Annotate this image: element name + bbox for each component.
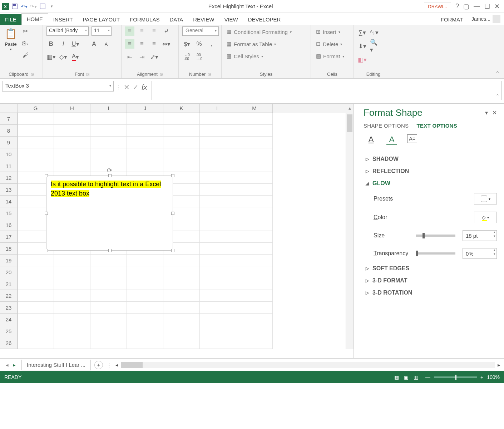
resize-handle[interactable] [108,174,112,177]
row-header[interactable]: 8 [0,125,18,137]
rotate-handle-icon[interactable]: ⟳ [107,167,112,174]
row-header[interactable]: 7 [0,113,18,125]
row-header[interactable]: 20 [0,266,18,278]
row-header[interactable]: 25 [0,325,18,337]
text-fill-outline-icon[interactable]: A [366,134,376,145]
row-header[interactable]: 12 [0,172,18,184]
insert-cells-button[interactable]: ⊞Insert▾ [315,28,342,36]
dialog-launcher-icon[interactable]: ◲ [31,72,34,76]
vertical-scrollbar[interactable]: ▴ [346,113,354,349]
zoom-out-icon[interactable]: — [425,374,430,380]
row-header[interactable]: 23 [0,302,18,314]
sheet-nav-prev-icon[interactable]: ◂ [6,362,9,368]
user-account[interactable]: James... [468,13,504,25]
save-icon[interactable] [11,3,19,10]
zoom-in-icon[interactable]: + [480,374,483,380]
select-all-corner[interactable] [0,104,18,113]
context-tab-drawing[interactable]: DRAWI... [424,2,451,11]
tab-home[interactable]: HOME [21,13,48,25]
undo-icon[interactable]: ↶▾ [20,3,28,10]
section-glow[interactable]: ◢GLOW [364,177,497,189]
formula-input[interactable]: ⌄ [152,81,502,100]
align-top-icon[interactable]: ≡ [125,26,134,36]
tab-data[interactable]: DATA [164,14,188,25]
align-left-icon[interactable]: ≡ [125,39,134,49]
maximize-icon[interactable]: ☐ [484,3,490,10]
tab-developer[interactable]: DEVELOPER [243,14,286,25]
textbox-shape[interactable]: ⟳ Is it possible to highlight text in a … [46,176,173,251]
resize-handle[interactable] [108,249,112,252]
section-3d-rotation[interactable]: ▷3-D ROTATION [364,287,497,299]
font-size-select[interactable]: 11 [92,26,112,36]
page-break-view-icon[interactable]: ▥ [414,374,418,380]
row-header[interactable]: 18 [0,243,18,255]
tab-review[interactable]: REVIEW [188,14,219,25]
resize-handle[interactable] [45,249,48,252]
bold-button[interactable]: B [46,39,56,49]
col-header[interactable]: G [18,104,54,113]
wrap-text-icon[interactable]: ⤶ [162,26,171,36]
row-header[interactable]: 16 [0,219,18,231]
glow-presets-select[interactable]: ▾ [474,193,497,204]
cell-styles-button[interactable]: ▦Cell Styles▾ [225,52,265,60]
borders-icon[interactable]: ▦▾ [46,52,56,61]
increase-indent-icon[interactable]: ⇥ [137,52,147,61]
section-reflection[interactable]: ▷REFLECTION [364,165,497,177]
row-header[interactable]: 26 [0,337,18,349]
tab-file[interactable]: FILE [0,14,21,25]
tab-insert[interactable]: INSERT [48,14,78,25]
decrease-decimal-icon[interactable]: .00→.0 [194,52,204,61]
row-header[interactable]: 9 [0,137,18,148]
paste-button[interactable]: 📋 Paste ▾ [4,26,18,51]
row-header[interactable]: 13 [0,184,18,196]
col-header[interactable]: K [163,104,200,113]
collapse-ribbon-icon[interactable]: ⌃ [491,68,504,78]
conditional-formatting-button[interactable]: ▦Conditional Formatting▾ [225,28,293,36]
help-icon[interactable]: ? [455,3,459,10]
grow-font-icon[interactable]: A [89,39,99,49]
font-name-select[interactable]: Calibri (Body [46,26,89,36]
section-soft-edges[interactable]: ▷SOFT EDGES [364,262,497,275]
merge-center-icon[interactable]: ⇔▾ [162,39,171,49]
resize-handle[interactable] [45,174,48,177]
normal-view-icon[interactable]: ▦ [394,374,399,380]
format-as-table-button[interactable]: ▦Format as Table▾ [225,40,277,48]
cut-icon[interactable]: ✂ [21,26,30,36]
number-format-select[interactable]: General [182,26,219,36]
pane-close-icon[interactable]: ✕ [492,109,497,116]
minimize-icon[interactable]: — [474,3,480,10]
glow-color-select[interactable]: ◇▾ [474,212,497,223]
row-header[interactable]: 22 [0,290,18,302]
row-header[interactable]: 24 [0,314,18,325]
row-header[interactable]: 14 [0,196,18,207]
horizontal-scrollbar[interactable] [121,362,495,368]
italic-button[interactable]: I [59,39,68,49]
align-center-icon[interactable]: ≡ [137,39,147,49]
align-middle-icon[interactable]: ≡ [137,26,147,36]
text-options-tab[interactable]: TEXT OPTIONS [416,123,457,129]
col-header[interactable]: M [236,104,273,113]
close-icon[interactable]: ✕ [494,3,500,10]
resize-handle[interactable] [171,249,174,252]
align-right-icon[interactable]: ≡ [149,39,159,49]
increase-decimal-icon[interactable]: ←0.00 [182,52,192,61]
font-color-icon[interactable]: A▾ [71,52,80,61]
row-header[interactable]: 11 [0,160,18,172]
pane-menu-icon[interactable]: ▾ [485,109,488,116]
new-sheet-icon[interactable]: + [94,361,103,369]
fill-color-icon[interactable]: ◇▾ [59,52,68,61]
glow-size-input[interactable]: 18 pt [463,230,497,241]
col-header[interactable]: L [200,104,236,113]
expand-formula-icon[interactable]: ⌄ [496,93,499,98]
textbox-layout-icon[interactable]: A≡ [407,134,417,143]
row-header[interactable]: 17 [0,231,18,243]
shrink-font-icon[interactable]: A [102,39,111,49]
orientation-icon[interactable]: ⤢▾ [149,52,159,61]
format-painter-icon[interactable]: 🖌 [21,51,30,60]
resize-handle[interactable] [171,212,174,215]
zoom-slider[interactable] [434,376,477,378]
shape-options-tab[interactable]: SHAPE OPTIONS [364,123,409,129]
ribbon-display-icon[interactable]: ▢ [463,3,469,10]
autosum-icon[interactable]: ∑▾ [357,28,367,37]
align-bottom-icon[interactable]: ≡ [149,26,159,36]
